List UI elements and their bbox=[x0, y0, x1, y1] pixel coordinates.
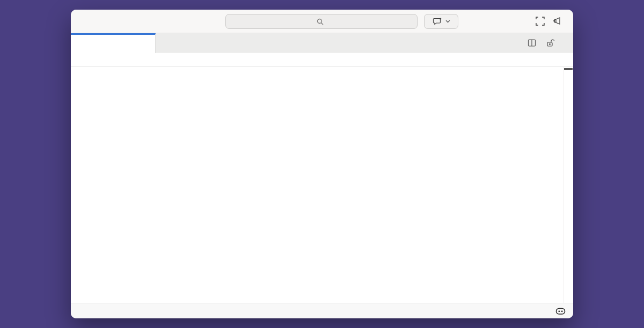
tab-prf-js[interactable] bbox=[71, 33, 156, 53]
editor-actions bbox=[528, 33, 565, 53]
overview-ruler-cursor-marker bbox=[564, 68, 573, 70]
pin-tab-icon[interactable] bbox=[553, 17, 564, 25]
editor-tab-bar bbox=[71, 33, 573, 53]
status-bar bbox=[71, 303, 573, 318]
zoom-window-button[interactable] bbox=[105, 18, 112, 25]
traffic-lights bbox=[82, 18, 112, 25]
unlock-icon[interactable] bbox=[546, 39, 554, 47]
browser-toolbar bbox=[71, 10, 573, 33]
browser-window bbox=[71, 10, 573, 318]
breadcrumb[interactable] bbox=[71, 53, 573, 67]
address-bar[interactable] bbox=[225, 14, 418, 29]
speech-bubble-icon bbox=[433, 18, 442, 26]
minimize-window-button[interactable] bbox=[93, 18, 100, 25]
split-editor-icon[interactable] bbox=[528, 39, 536, 47]
close-window-button[interactable] bbox=[82, 18, 89, 25]
search-icon bbox=[317, 18, 324, 25]
page-menu-button[interactable] bbox=[424, 14, 458, 29]
overview-ruler-divider bbox=[563, 67, 564, 303]
copilot-icon[interactable] bbox=[555, 306, 566, 316]
code-editor[interactable] bbox=[71, 67, 573, 303]
chevron-down-icon bbox=[445, 20, 450, 23]
fullscreen-icon[interactable] bbox=[536, 17, 545, 26]
